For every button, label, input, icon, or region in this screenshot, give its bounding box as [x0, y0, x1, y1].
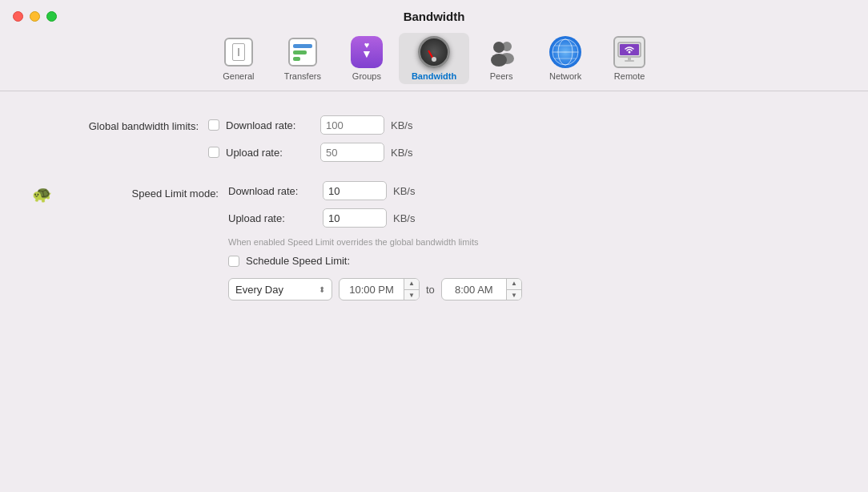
schedule-checkbox[interactable] [228, 256, 239, 267]
remote-icon [613, 36, 645, 68]
tab-remote[interactable]: Remote [597, 33, 661, 84]
upload-rate-unit: KB/s [391, 147, 412, 159]
tab-peers[interactable]: Peers [469, 33, 533, 84]
turtle-icon: 🐢 [32, 184, 52, 204]
speed-upload-unit: KB/s [393, 212, 415, 224]
svg-point-11 [629, 51, 631, 54]
tab-groups[interactable]: ♥ Groups [335, 33, 399, 84]
svg-rect-13 [625, 60, 634, 62]
speed-limit-section: 🐢 Speed Limit mode: Download rate: KB/s … [32, 181, 836, 300]
speed-download-input[interactable] [323, 181, 387, 200]
end-time-value: 8:00 AM [442, 284, 506, 296]
download-rate-input[interactable] [320, 115, 384, 135]
tab-peers-label: Peers [490, 71, 513, 81]
start-time-value: 10:00 PM [340, 284, 404, 296]
general-icon [223, 36, 255, 68]
upload-rate-input[interactable] [320, 143, 384, 162]
download-rate-unit: KB/s [391, 119, 412, 131]
start-time-stepper[interactable]: 10:00 PM ▲ ▼ [339, 278, 420, 300]
tab-bandwidth[interactable]: Bandwidth [399, 33, 469, 84]
schedule-checkbox-row: Schedule Speed Limit: [228, 255, 522, 267]
speed-limit-label: Speed Limit mode: [58, 184, 219, 200]
window-title: Bandwidth [404, 10, 465, 23]
end-time-stepper[interactable]: 8:00 AM ▲ ▼ [441, 278, 522, 300]
to-label: to [426, 284, 435, 296]
tab-general-label: General [223, 71, 254, 81]
svg-point-2 [493, 42, 504, 53]
svg-point-3 [491, 54, 507, 67]
tab-groups-label: Groups [352, 71, 381, 81]
titlebar: Bandwidth [0, 0, 868, 30]
end-time-buttons[interactable]: ▲ ▼ [506, 278, 521, 300]
upload-rate-row: Upload rate: KB/s [208, 143, 412, 162]
global-bandwidth-label: Global bandwidth limits: [89, 117, 199, 132]
speed-upload-row: Upload rate: KB/s [228, 208, 522, 228]
close-button[interactable] [13, 11, 23, 22]
schedule-label: Schedule Speed Limit: [246, 255, 350, 267]
end-time-down[interactable]: ▼ [507, 290, 521, 301]
speed-limit-controls: Download rate: KB/s Upload rate: KB/s Wh… [228, 181, 522, 300]
schedule-time-row: Every Day ⬍ 10:00 PM ▲ ▼ to 8:00 AM ▲ ▼ [228, 278, 522, 300]
peers-icon [485, 36, 517, 68]
speed-upload-input[interactable] [323, 208, 387, 228]
network-icon [549, 36, 581, 68]
speed-limit-note-row: When enabled Speed Limit overrides the g… [228, 236, 522, 247]
day-dropdown-value: Every Day [235, 284, 283, 296]
upload-rate-label: Upload rate: [226, 147, 314, 159]
transfers-icon [287, 36, 319, 68]
content-area: Global bandwidth limits: Download rate: … [0, 91, 868, 492]
speed-download-row: Download rate: KB/s [228, 181, 522, 200]
toolbar: General Transfers ♥ Groups [0, 30, 868, 91]
end-time-up[interactable]: ▲ [507, 278, 521, 290]
upload-rate-checkbox[interactable] [208, 147, 219, 158]
tab-bandwidth-label: Bandwidth [412, 71, 456, 81]
tab-network-label: Network [549, 71, 581, 81]
speed-download-unit: KB/s [393, 185, 415, 197]
day-dropdown-chevron: ⬍ [319, 285, 325, 294]
window-controls[interactable] [13, 11, 57, 22]
tab-general[interactable]: General [207, 33, 271, 84]
speed-limit-note: When enabled Speed Limit overrides the g… [228, 237, 478, 247]
speed-download-label: Download rate: [228, 185, 316, 197]
tab-transfers-label: Transfers [284, 71, 321, 81]
day-dropdown[interactable]: Every Day ⬍ [228, 278, 332, 300]
download-rate-label: Download rate: [226, 119, 314, 131]
start-time-down[interactable]: ▼ [404, 290, 419, 301]
minimize-button[interactable] [30, 11, 40, 22]
tab-transfers[interactable]: Transfers [271, 33, 335, 84]
speed-upload-label: Upload rate: [228, 212, 316, 224]
bandwidth-icon [418, 36, 450, 68]
tab-network[interactable]: Network [533, 33, 597, 84]
tab-remote-label: Remote [614, 71, 645, 81]
global-bandwidth-section: Global bandwidth limits: Download rate: … [32, 115, 836, 162]
download-rate-row: Download rate: KB/s [208, 115, 412, 135]
start-time-up[interactable]: ▲ [404, 278, 419, 290]
download-rate-checkbox[interactable] [208, 119, 219, 131]
start-time-buttons[interactable]: ▲ ▼ [404, 278, 419, 300]
svg-rect-12 [628, 57, 631, 60]
groups-icon: ♥ [351, 36, 383, 68]
maximize-button[interactable] [46, 11, 57, 22]
global-bandwidth-controls: Download rate: KB/s Upload rate: KB/s [208, 115, 412, 162]
